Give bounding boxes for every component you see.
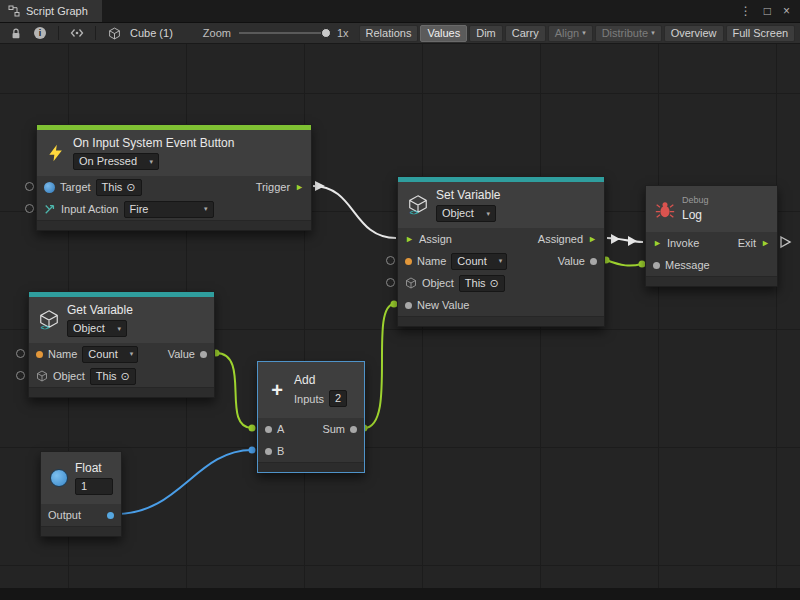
float-icon <box>50 469 68 487</box>
add-node[interactable]: + Add Inputs 2 A Sum B <box>257 361 365 473</box>
wire-float-to-b[interactable] <box>116 450 252 514</box>
exit-stub-arrow-icon[interactable] <box>781 237 790 247</box>
node-header: Debug Log <box>646 186 777 232</box>
inspector-info-icon[interactable]: i <box>30 24 50 42</box>
overview-button[interactable]: Overview <box>664 25 724 42</box>
fullscreen-button[interactable]: Full Screen <box>726 25 796 42</box>
b-in-port[interactable] <box>265 448 272 455</box>
flow-in-port[interactable]: ► <box>653 239 662 248</box>
input-action-dropdown[interactable]: Fire ▾ <box>124 201 214 218</box>
graph-input-port[interactable] <box>25 182 34 191</box>
on-input-system-event-node[interactable]: On Input System Event Button On Pressed … <box>36 124 312 231</box>
bug-icon <box>655 199 675 219</box>
dim-button[interactable]: Dim <box>469 25 503 42</box>
graph-canvas[interactable]: On Input System Event Button On Pressed … <box>0 44 800 600</box>
graph-input-port[interactable] <box>16 371 25 380</box>
node-body: A Sum B <box>258 418 364 462</box>
values-button[interactable]: Values <box>420 25 467 42</box>
value-label: Value <box>558 255 585 267</box>
graph-input-port[interactable] <box>386 256 395 265</box>
event-mode-dropdown[interactable]: On Pressed ▾ <box>73 153 159 170</box>
node-body: Name Count ▾ Value Object This ⊙ <box>29 343 214 387</box>
toolbar-separator <box>58 26 59 40</box>
float-literal-node[interactable]: Float 1 Output <box>40 451 122 537</box>
node-category: Debug <box>682 196 709 205</box>
variable-kind-dropdown[interactable]: Object ▾ <box>67 320 127 337</box>
graph-input-port[interactable] <box>25 204 34 213</box>
plus-icon: + <box>267 380 287 400</box>
flow-out-port[interactable]: ► <box>295 183 304 192</box>
object-target-chip[interactable]: This ⊙ <box>90 368 136 385</box>
dropdown-value: Count <box>457 255 486 268</box>
target-label: Target <box>60 181 91 193</box>
graph-toolbar: i Cube (1) Zoom 1x Relations Values Dim … <box>0 22 800 44</box>
carry-button[interactable]: Carry <box>505 25 546 42</box>
zoom-fit-icon[interactable] <box>67 24 87 42</box>
maximize-icon[interactable]: □ <box>764 4 771 18</box>
object-target-chip[interactable]: This ⊙ <box>459 275 505 292</box>
string-port-icon[interactable] <box>36 351 43 358</box>
wire-value-to-message[interactable] <box>606 260 642 266</box>
graph-target[interactable]: Cube (1) <box>130 27 173 39</box>
dropdown-arrow-icon: ▾ <box>204 205 208 213</box>
carry-label: Carry <box>512 27 539 39</box>
zoom-level: 1x <box>337 27 349 39</box>
dim-label: Dim <box>476 27 496 39</box>
node-title: Float <box>75 461 102 475</box>
relations-button[interactable]: Relations <box>359 25 419 42</box>
exit-label: Exit <box>738 237 756 249</box>
align-button[interactable]: Align ▾ <box>548 25 593 42</box>
dropdown-arrow-icon: ▾ <box>486 210 490 218</box>
output-port[interactable] <box>107 512 114 519</box>
target-object-chip[interactable]: This ⊙ <box>96 179 142 196</box>
new-value-in-port[interactable] <box>405 302 412 309</box>
chip-value: This <box>96 370 117 383</box>
wire-endpoint-dot <box>249 425 256 432</box>
node-header-stack: Float 1 <box>75 461 113 495</box>
object-picker-icon: ⊙ <box>490 277 499 290</box>
graph-input-port[interactable] <box>386 278 395 287</box>
message-row: Message <box>646 254 777 276</box>
lock-icon[interactable] <box>6 24 26 42</box>
gameobject-icon <box>44 182 55 193</box>
node-header: + Add Inputs 2 <box>258 362 364 418</box>
a-in-port[interactable] <box>265 426 272 433</box>
float-value-field[interactable]: 1 <box>75 478 113 495</box>
set-variable-node[interactable]: <> Set Variable Object ▾ ► Assign Assign… <box>397 176 605 327</box>
zoom-label: Zoom <box>203 27 231 39</box>
object-label: Object <box>53 370 85 382</box>
wire-sum-to-newvalue[interactable] <box>364 304 394 428</box>
inputs-label: Inputs <box>294 393 324 405</box>
distribute-label: Distribute <box>602 27 648 39</box>
distribute-button[interactable]: Distribute ▾ <box>595 25 662 42</box>
flow-out-port[interactable]: ► <box>761 239 770 248</box>
tab-script-graph[interactable]: Script Graph <box>0 0 102 22</box>
sum-out-port[interactable] <box>350 426 357 433</box>
graph-input-port[interactable] <box>16 349 25 358</box>
variable-kind-dropdown[interactable]: Object ▾ <box>436 205 496 222</box>
node-title: Add <box>294 373 315 387</box>
invoke-label: Invoke <box>667 237 699 249</box>
close-icon[interactable]: × <box>783 4 790 18</box>
node-header-stack: Get Variable Object ▾ <box>67 303 133 337</box>
wire-trigger-to-assign[interactable] <box>313 186 396 238</box>
string-port-icon[interactable] <box>405 258 412 265</box>
inputs-count-field[interactable]: 2 <box>329 390 347 407</box>
flow-out-port[interactable]: ► <box>588 235 597 244</box>
wire-getvalue-to-a[interactable] <box>216 353 252 428</box>
menu-icon[interactable]: ⋮ <box>740 4 752 18</box>
debug-log-node[interactable]: Debug Log ► Invoke Exit ► Message <box>645 185 778 287</box>
wire-assigned-to-invoke[interactable] <box>607 238 643 242</box>
variable-name-dropdown[interactable]: Count ▾ <box>451 253 507 270</box>
flow-in-port[interactable]: ► <box>405 235 414 244</box>
value-out-port[interactable] <box>200 351 207 358</box>
value-out-port[interactable] <box>590 258 597 265</box>
values-label: Values <box>427 27 460 39</box>
dropdown-arrow-icon: ▾ <box>651 29 655 37</box>
node-footer <box>646 276 777 286</box>
message-in-port[interactable] <box>653 262 660 269</box>
variable-name-dropdown[interactable]: Count ▾ <box>82 346 138 363</box>
zoom-slider-knob[interactable] <box>321 28 331 38</box>
get-variable-node[interactable]: <> Get Variable Object ▾ Name Count ▾ <box>28 291 215 398</box>
zoom-slider[interactable] <box>239 26 331 40</box>
